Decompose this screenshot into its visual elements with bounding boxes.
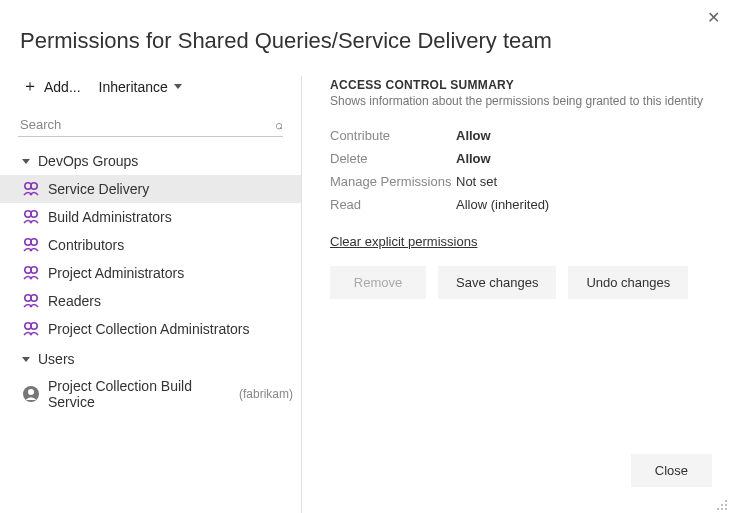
save-changes-button[interactable]: Save changes xyxy=(438,266,556,299)
group-label: Service Delivery xyxy=(48,181,149,197)
add-label: Add... xyxy=(44,79,81,95)
permission-value: Allow (inherited) xyxy=(456,197,549,212)
close-button[interactable]: Close xyxy=(631,454,712,487)
svg-point-14 xyxy=(725,500,727,502)
inheritance-dropdown[interactable]: Inheritance xyxy=(99,79,182,95)
group-label: Project Administrators xyxy=(48,265,184,281)
close-icon[interactable]: ✕ xyxy=(707,8,720,27)
group-label: Project Collection Administrators xyxy=(48,321,250,337)
permission-label: Manage Permissions xyxy=(330,174,456,189)
chevron-down-icon xyxy=(22,159,30,164)
svg-point-15 xyxy=(721,504,723,506)
permission-value: Allow xyxy=(456,128,491,143)
group-item[interactable]: Build Administrators xyxy=(0,203,301,231)
group-item[interactable]: Contributors xyxy=(0,231,301,259)
permission-label: Read xyxy=(330,197,456,212)
undo-changes-button[interactable]: Undo changes xyxy=(568,266,688,299)
group-label: Readers xyxy=(48,293,101,309)
plus-icon: ＋ xyxy=(22,76,38,97)
inheritance-label: Inheritance xyxy=(99,79,168,95)
section-users[interactable]: Users xyxy=(0,343,301,373)
permission-label: Delete xyxy=(330,151,456,166)
permission-row: ContributeAllow xyxy=(330,124,718,147)
chevron-down-icon xyxy=(22,357,30,362)
svg-point-16 xyxy=(725,504,727,506)
permission-value: Allow xyxy=(456,151,491,166)
group-icon xyxy=(22,236,40,254)
search-input-wrap: ⌕ xyxy=(18,113,283,137)
left-pane: ＋ Add... Inheritance ⌕ DevOps Groups Ser… xyxy=(0,76,302,513)
right-pane: ACCESS CONTROL SUMMARY Shows information… xyxy=(302,76,730,513)
summary-subheading: Shows information about the permissions … xyxy=(330,94,718,108)
permission-row: ReadAllow (inherited) xyxy=(330,193,718,216)
user-icon xyxy=(22,385,40,403)
svg-point-13 xyxy=(28,389,34,395)
group-item[interactable]: Project Collection Administrators xyxy=(0,315,301,343)
add-button[interactable]: ＋ Add... xyxy=(22,76,81,97)
group-icon xyxy=(22,264,40,282)
user-item[interactable]: Project Collection Build Service(fabrika… xyxy=(0,373,301,415)
group-icon xyxy=(22,180,40,198)
group-item[interactable]: Service Delivery xyxy=(0,175,301,203)
svg-point-19 xyxy=(725,508,727,510)
page-title: Permissions for Shared Queries/Service D… xyxy=(0,0,730,54)
summary-heading: ACCESS CONTROL SUMMARY xyxy=(330,78,718,92)
permission-row: DeleteAllow xyxy=(330,147,718,170)
group-item[interactable]: Readers xyxy=(0,287,301,315)
clear-explicit-link[interactable]: Clear explicit permissions xyxy=(330,234,477,249)
section-label: Users xyxy=(38,351,75,367)
search-input[interactable] xyxy=(18,113,275,136)
remove-button[interactable]: Remove xyxy=(330,266,426,299)
user-label: Project Collection Build Service xyxy=(48,378,229,410)
search-icon: ⌕ xyxy=(275,117,283,132)
group-icon xyxy=(22,292,40,310)
section-devops-groups[interactable]: DevOps Groups xyxy=(0,145,301,175)
permission-value: Not set xyxy=(456,174,497,189)
group-icon xyxy=(22,320,40,338)
group-label: Build Administrators xyxy=(48,209,172,225)
user-sublabel: (fabrikam) xyxy=(239,387,293,401)
group-item[interactable]: Project Administrators xyxy=(0,259,301,287)
permission-label: Contribute xyxy=(330,128,456,143)
chevron-down-icon xyxy=(174,84,182,89)
svg-point-18 xyxy=(721,508,723,510)
section-label: DevOps Groups xyxy=(38,153,138,169)
resize-grip-icon[interactable] xyxy=(716,499,728,511)
group-icon xyxy=(22,208,40,226)
permission-row: Manage PermissionsNot set xyxy=(330,170,718,193)
group-label: Contributors xyxy=(48,237,124,253)
svg-point-17 xyxy=(717,508,719,510)
